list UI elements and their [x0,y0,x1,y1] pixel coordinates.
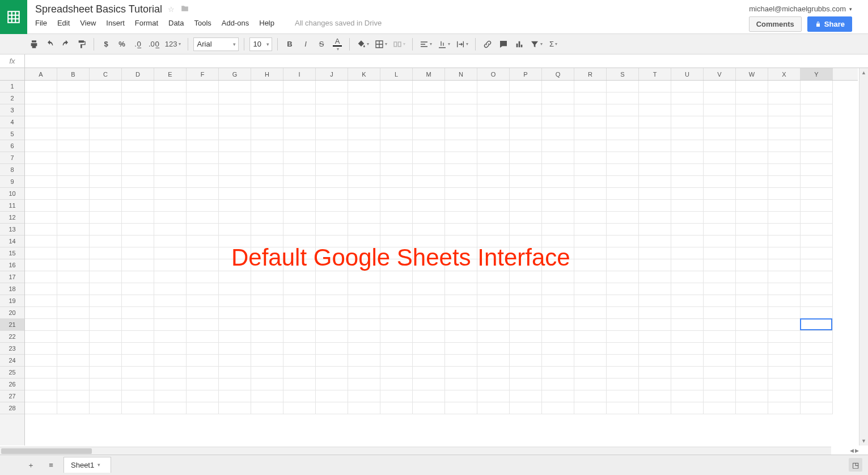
cell[interactable] [57,164,90,176]
cell[interactable] [574,116,607,128]
cell[interactable] [251,176,283,188]
cell[interactable] [57,355,90,367]
cell[interactable] [154,104,187,116]
cell[interactable] [380,93,413,104]
column-header[interactable]: L [380,68,413,80]
cell[interactable] [542,355,574,367]
cell[interactable] [445,402,477,414]
cell[interactable] [251,93,283,104]
cell[interactable] [348,247,380,259]
cell[interactable] [316,283,348,295]
cell[interactable] [219,128,251,140]
row-header[interactable]: 12 [0,212,24,224]
functions-button[interactable]: Σ [547,37,560,52]
cell[interactable] [219,319,251,331]
cell[interactable] [768,212,801,224]
cell[interactable] [736,93,768,104]
column-header[interactable]: D [122,68,154,80]
cell[interactable] [445,93,477,104]
cell[interactable] [413,367,445,379]
cell[interactable] [607,128,639,140]
column-header[interactable]: Y [801,68,833,80]
cell[interactable] [187,307,219,319]
menu-file[interactable]: File [35,19,47,27]
cell[interactable] [25,200,57,212]
cell[interactable] [542,93,574,104]
cell[interactable] [607,188,639,200]
column-header[interactable]: U [671,68,704,80]
cell[interactable] [348,93,380,104]
cell[interactable] [348,104,380,116]
cell[interactable] [251,247,283,259]
cell[interactable] [316,236,348,247]
cell[interactable] [736,295,768,307]
cell[interactable] [316,164,348,176]
cell[interactable] [510,93,542,104]
cell[interactable] [736,164,768,176]
cell[interactable] [413,104,445,116]
cell[interactable] [607,152,639,164]
cell[interactable] [25,93,57,104]
cell[interactable] [736,283,768,295]
cell[interactable] [801,390,833,402]
cell[interactable] [510,355,542,367]
cell[interactable] [25,140,57,152]
cell[interactable] [283,176,316,188]
cell[interactable] [510,343,542,355]
cell[interactable] [283,188,316,200]
cell[interactable] [413,93,445,104]
cell[interactable] [768,128,801,140]
cell[interactable] [477,390,510,402]
cell[interactable] [251,259,283,271]
cell[interactable] [736,379,768,390]
cell[interactable] [348,331,380,343]
cell[interactable] [413,247,445,259]
cell[interactable] [57,93,90,104]
cell[interactable] [57,259,90,271]
cell[interactable] [574,319,607,331]
column-header[interactable]: C [90,68,122,80]
cell[interactable] [316,319,348,331]
cell[interactable] [316,390,348,402]
cell[interactable] [639,81,671,93]
cell[interactable] [768,247,801,259]
cell[interactable] [187,104,219,116]
cell[interactable] [122,104,154,116]
cell[interactable] [219,224,251,236]
cell[interactable] [510,259,542,271]
cell[interactable] [122,116,154,128]
paint-format-button[interactable] [75,37,88,52]
cell[interactable] [542,212,574,224]
cell[interactable] [187,355,219,367]
row-header[interactable]: 18 [0,283,24,295]
cell[interactable] [801,319,833,331]
cell[interactable] [801,259,833,271]
cell[interactable] [768,140,801,152]
cell[interactable] [510,128,542,140]
cell[interactable] [283,259,316,271]
cell[interactable] [510,116,542,128]
cell[interactable] [445,390,477,402]
cell[interactable] [25,343,57,355]
cell[interactable] [316,343,348,355]
cell[interactable] [25,212,57,224]
cell[interactable] [251,224,283,236]
cell[interactable] [187,176,219,188]
cell[interactable] [154,402,187,414]
cell[interactable] [348,295,380,307]
cell[interactable] [251,140,283,152]
bold-button[interactable]: B [283,37,297,52]
row-header[interactable]: 14 [0,236,24,247]
cell[interactable] [542,152,574,164]
menu-help[interactable]: Help [259,19,274,27]
cell[interactable] [380,283,413,295]
cell[interactable] [187,212,219,224]
cell[interactable] [251,271,283,283]
cell[interactable] [219,140,251,152]
cell[interactable] [542,319,574,331]
select-all-corner[interactable] [0,68,25,81]
cell[interactable] [154,236,187,247]
cell[interactable] [122,164,154,176]
cell[interactable] [219,402,251,414]
cell[interactable] [671,104,704,116]
